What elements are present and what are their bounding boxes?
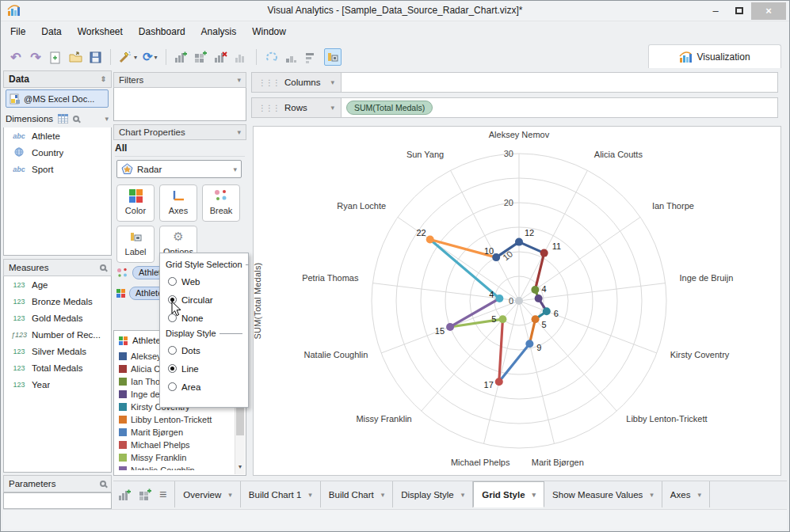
measure-item[interactable]: 123Gold Medals [4, 310, 111, 326]
radio-option-line[interactable]: Line [166, 359, 242, 378]
data-point[interactable] [535, 294, 543, 302]
tab-axes[interactable]: Axes▾ [662, 481, 710, 507]
color-button[interactable]: Color [116, 184, 155, 222]
menu-item-dashboard[interactable]: Dashboard [139, 26, 185, 37]
columns-shelf-label[interactable]: ⋮⋮⋮ Columns ▾ [251, 72, 342, 93]
parameters-list[interactable] [3, 492, 112, 509]
columns-shelf-field[interactable] [341, 72, 778, 93]
sort-ascending-button[interactable] [284, 48, 299, 66]
menu-item-analysis[interactable]: Analysis [201, 26, 237, 37]
measure-item[interactable]: ƒ123Number of Rec... [4, 326, 111, 343]
chevron-down-icon[interactable]: ▾ [308, 491, 312, 499]
add-worksheet-button[interactable] [174, 48, 189, 66]
radio-selected-icon[interactable] [168, 364, 177, 373]
show-labels-button[interactable] [324, 48, 342, 66]
filters-panel-body[interactable] [113, 88, 246, 121]
chevron-down-icon[interactable]: ▾ [461, 491, 465, 499]
collapse-icon[interactable]: ▾ [237, 76, 241, 84]
chevron-down-icon[interactable]: ▾ [105, 115, 109, 123]
data-point[interactable] [495, 294, 503, 302]
chevron-down-icon[interactable]: ▾ [381, 491, 385, 499]
save-button[interactable] [88, 48, 102, 66]
legend-item[interactable]: Natalie Coughlin [119, 464, 246, 470]
rows-shelf-field[interactable]: SUM(Total Medals) [341, 97, 778, 118]
tab-build-chart[interactable]: Build Chart▾ [321, 481, 393, 507]
menu-item-window[interactable]: Window [252, 26, 286, 37]
dimension-item[interactable]: Country [4, 144, 111, 161]
filters-panel-header[interactable]: Filters ▾ [113, 72, 246, 88]
chevron-down-icon[interactable]: ▾ [697, 491, 701, 499]
redo-button[interactable]: ↷ [29, 48, 43, 66]
legend-item[interactable]: Libby Lenton-Trickett [119, 413, 246, 426]
measure-item[interactable]: 123Silver Medals [4, 343, 111, 359]
minimize-button[interactable]: – [704, 2, 727, 20]
search-icon[interactable] [100, 481, 106, 487]
tab-overview[interactable]: Overview▾ [174, 481, 240, 507]
dimension-item[interactable]: abcSport [4, 161, 111, 177]
axes-button[interactable]: Axes [159, 184, 197, 222]
chevron-down-icon[interactable]: ▾ [650, 491, 654, 499]
legend-item[interactable]: Michael Phelps [119, 439, 246, 451]
scroll-down-button[interactable]: ▾ [235, 463, 245, 474]
data-point[interactable] [495, 378, 503, 386]
new-dashboard-icon[interactable] [139, 488, 152, 501]
menu-item-data[interactable]: Data [41, 26, 61, 37]
undo-button[interactable]: ↶ [9, 48, 23, 66]
radio-unselected-icon[interactable] [168, 277, 177, 286]
radio-unselected-icon[interactable] [168, 382, 177, 391]
open-button[interactable] [68, 48, 82, 66]
legend-item[interactable]: Missy Franklin [119, 451, 246, 464]
menu-item-file[interactable]: File [10, 26, 25, 37]
chevron-down-icon[interactable]: ▾ [228, 491, 232, 499]
radio-option-web[interactable]: Web [166, 272, 242, 291]
add-dashboard-button[interactable] [194, 48, 208, 66]
chart-type-select[interactable]: Radar ▾ [116, 160, 242, 178]
data-point[interactable] [543, 307, 551, 315]
data-source-item[interactable]: @MS Excel Doc... [6, 89, 109, 108]
measure-item[interactable]: 123Bronze Medals [4, 293, 111, 310]
radio-option-dots[interactable]: Dots [166, 341, 242, 359]
chevron-down-icon[interactable]: ▾ [330, 104, 334, 112]
data-point[interactable] [426, 236, 434, 244]
view-data-grid-icon[interactable] [58, 114, 68, 124]
radio-option-area[interactable]: Area [166, 378, 242, 396]
sort-updown-icon[interactable]: ⇕ [100, 75, 106, 83]
rows-field-pill[interactable]: SUM(Total Medals) [346, 101, 433, 115]
chevron-down-icon[interactable]: ▾ [532, 491, 536, 499]
dimension-item[interactable]: abcAthlete [4, 127, 111, 144]
menu-item-worksheet[interactable]: Worksheet [78, 26, 123, 37]
tab-build-chart-1[interactable]: Build Chart 1▾ [241, 481, 321, 507]
search-icon[interactable] [100, 264, 106, 271]
maximize-button[interactable] [727, 2, 751, 20]
radio-unselected-icon[interactable] [168, 346, 177, 355]
data-point[interactable] [532, 315, 540, 323]
data-point[interactable] [531, 286, 539, 294]
rows-shelf-label[interactable]: ⋮⋮⋮ Rows ▾ [251, 97, 342, 118]
break-button[interactable]: Break [202, 184, 240, 222]
new-document-button[interactable] [48, 48, 63, 66]
collapse-icon[interactable]: ▾ [237, 128, 241, 136]
data-point[interactable] [525, 340, 533, 348]
radar-chart[interactable]: Aleksey NemovAlicia CouttsIan ThorpeInge… [254, 127, 782, 475]
worksheet-list-icon[interactable]: ≡ [159, 488, 166, 502]
data-point[interactable] [446, 323, 454, 331]
data-point[interactable] [540, 249, 548, 257]
refresh-button[interactable]: ⟳▾ [143, 48, 158, 66]
delete-worksheet-button[interactable] [214, 48, 228, 66]
measure-item[interactable]: 123Year [4, 376, 111, 393]
data-prep-button[interactable]: ▾ [119, 48, 137, 66]
legend-item[interactable]: Marit Bjørgen [119, 426, 246, 439]
chart-properties-header[interactable]: Chart Properties ▾ [113, 124, 246, 140]
swap-axes-button[interactable] [265, 48, 279, 66]
new-worksheet-icon[interactable] [118, 488, 132, 501]
search-icon[interactable] [73, 116, 79, 122]
duplicate-worksheet-button[interactable] [234, 48, 248, 66]
data-point[interactable] [515, 238, 523, 246]
chevron-down-icon[interactable]: ▾ [330, 78, 334, 86]
measure-item[interactable]: 123Age [4, 276, 111, 293]
close-button[interactable]: × [751, 2, 786, 20]
sort-descending-button[interactable] [304, 48, 319, 66]
tab-display-style[interactable]: Display Style▾ [393, 481, 473, 507]
tab-show-measure-values[interactable]: Show Measure Values▾ [544, 481, 662, 507]
label-button[interactable]: Label [116, 226, 155, 263]
